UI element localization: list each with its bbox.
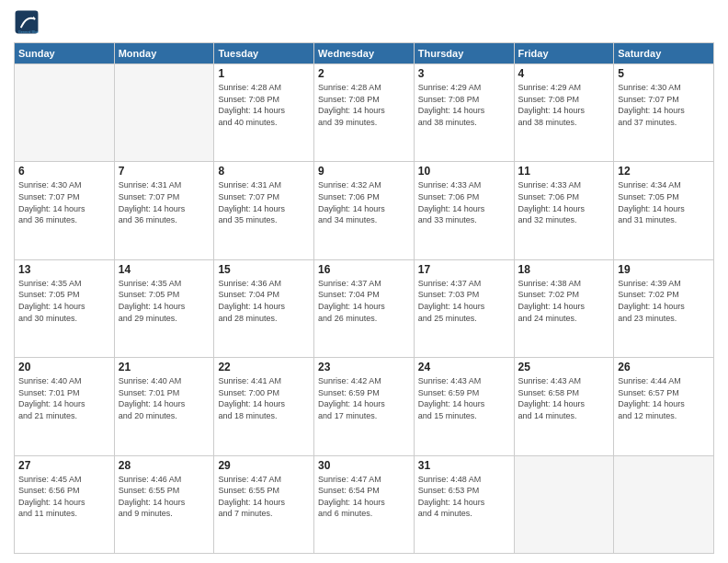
day-info: Sunrise: 4:47 AM Sunset: 6:54 PM Dayligh… [318, 474, 410, 520]
calendar-cell: 13Sunrise: 4:35 AM Sunset: 7:05 PM Dayli… [15, 259, 115, 357]
calendar-cell: 7Sunrise: 4:31 AM Sunset: 7:07 PM Daylig… [114, 162, 214, 259]
week-row-5: 27Sunrise: 4:45 AM Sunset: 6:56 PM Dayli… [15, 455, 714, 553]
day-number: 9 [318, 165, 410, 178]
day-info: Sunrise: 4:28 AM Sunset: 7:08 PM Dayligh… [318, 82, 410, 128]
day-info: Sunrise: 4:37 AM Sunset: 7:03 PM Dayligh… [418, 278, 510, 324]
calendar-cell: 16Sunrise: 4:37 AM Sunset: 7:04 PM Dayli… [314, 259, 415, 357]
calendar-cell: 4Sunrise: 4:29 AM Sunset: 7:08 PM Daylig… [514, 64, 614, 162]
calendar-page: General Blue SundayMondayTuesdayWednesda… [0, 0, 728, 563]
day-number: 17 [418, 263, 510, 276]
weekday-header-sunday: Sunday [15, 43, 115, 64]
day-number: 31 [418, 459, 510, 472]
calendar-cell [15, 64, 115, 162]
calendar-cell: 19Sunrise: 4:39 AM Sunset: 7:02 PM Dayli… [614, 259, 714, 357]
day-info: Sunrise: 4:48 AM Sunset: 6:53 PM Dayligh… [418, 474, 510, 520]
day-number: 24 [418, 361, 510, 373]
day-number: 3 [418, 67, 510, 80]
weekday-header-monday: Monday [114, 43, 214, 64]
day-number: 4 [518, 67, 610, 80]
calendar-cell: 3Sunrise: 4:29 AM Sunset: 7:08 PM Daylig… [414, 64, 514, 162]
day-number: 22 [218, 361, 310, 373]
day-number: 30 [318, 459, 410, 472]
day-info: Sunrise: 4:33 AM Sunset: 7:06 PM Dayligh… [518, 179, 610, 225]
calendar-cell: 6Sunrise: 4:30 AM Sunset: 7:07 PM Daylig… [15, 162, 115, 259]
day-info: Sunrise: 4:28 AM Sunset: 7:08 PM Dayligh… [218, 82, 310, 128]
day-info: Sunrise: 4:32 AM Sunset: 7:06 PM Dayligh… [318, 179, 410, 225]
day-info: Sunrise: 4:30 AM Sunset: 7:07 PM Dayligh… [18, 179, 110, 225]
day-number: 16 [318, 263, 410, 276]
day-number: 10 [418, 165, 510, 178]
calendar-cell [514, 455, 614, 553]
day-info: Sunrise: 4:33 AM Sunset: 7:06 PM Dayligh… [418, 179, 510, 225]
day-number: 18 [518, 263, 610, 276]
day-info: Sunrise: 4:39 AM Sunset: 7:02 PM Dayligh… [618, 278, 710, 324]
calendar-cell: 27Sunrise: 4:45 AM Sunset: 6:56 PM Dayli… [15, 455, 115, 553]
weekday-header-wednesday: Wednesday [314, 43, 415, 64]
calendar-cell: 25Sunrise: 4:43 AM Sunset: 6:58 PM Dayli… [514, 358, 614, 455]
day-number: 5 [618, 67, 710, 80]
calendar-body: 1Sunrise: 4:28 AM Sunset: 7:08 PM Daylig… [15, 64, 714, 554]
day-info: Sunrise: 4:45 AM Sunset: 6:56 PM Dayligh… [18, 474, 110, 520]
calendar-table: SundayMondayTuesdayWednesdayThursdayFrid… [14, 42, 714, 554]
day-info: Sunrise: 4:43 AM Sunset: 6:58 PM Dayligh… [518, 375, 610, 421]
calendar-cell: 10Sunrise: 4:33 AM Sunset: 7:06 PM Dayli… [414, 162, 514, 259]
week-row-4: 20Sunrise: 4:40 AM Sunset: 7:01 PM Dayli… [15, 358, 714, 455]
calendar-cell: 28Sunrise: 4:46 AM Sunset: 6:55 PM Dayli… [114, 455, 214, 553]
weekday-header-saturday: Saturday [614, 43, 714, 64]
calendar-cell: 12Sunrise: 4:34 AM Sunset: 7:05 PM Dayli… [614, 162, 714, 259]
day-info: Sunrise: 4:29 AM Sunset: 7:08 PM Dayligh… [418, 82, 510, 128]
weekday-header-tuesday: Tuesday [214, 43, 314, 64]
svg-text:General Blue: General Blue [18, 29, 40, 34]
day-number: 14 [119, 263, 210, 276]
calendar-cell: 29Sunrise: 4:47 AM Sunset: 6:55 PM Dayli… [214, 455, 314, 553]
weekday-header-friday: Friday [514, 43, 614, 64]
day-number: 1 [218, 67, 310, 80]
day-info: Sunrise: 4:41 AM Sunset: 7:00 PM Dayligh… [218, 375, 310, 421]
calendar-cell: 24Sunrise: 4:43 AM Sunset: 6:59 PM Dayli… [414, 358, 514, 455]
calendar-cell: 2Sunrise: 4:28 AM Sunset: 7:08 PM Daylig… [314, 64, 415, 162]
calendar-cell: 8Sunrise: 4:31 AM Sunset: 7:07 PM Daylig… [214, 162, 314, 259]
logo: General Blue [14, 9, 43, 35]
calendar-cell: 14Sunrise: 4:35 AM Sunset: 7:05 PM Dayli… [114, 259, 214, 357]
calendar-cell: 30Sunrise: 4:47 AM Sunset: 6:54 PM Dayli… [314, 455, 415, 553]
calendar-cell: 22Sunrise: 4:41 AM Sunset: 7:00 PM Dayli… [214, 358, 314, 455]
week-row-3: 13Sunrise: 4:35 AM Sunset: 7:05 PM Dayli… [15, 259, 714, 357]
calendar-cell: 23Sunrise: 4:42 AM Sunset: 6:59 PM Dayli… [314, 358, 415, 455]
day-info: Sunrise: 4:47 AM Sunset: 6:55 PM Dayligh… [218, 474, 310, 520]
day-info: Sunrise: 4:38 AM Sunset: 7:02 PM Dayligh… [518, 278, 610, 324]
day-number: 28 [119, 459, 210, 472]
calendar-cell [614, 455, 714, 553]
day-info: Sunrise: 4:31 AM Sunset: 7:07 PM Dayligh… [218, 179, 310, 225]
calendar-cell: 9Sunrise: 4:32 AM Sunset: 7:06 PM Daylig… [314, 162, 415, 259]
calendar-cell [114, 64, 214, 162]
weekday-header-row: SundayMondayTuesdayWednesdayThursdayFrid… [15, 43, 714, 64]
day-number: 25 [518, 361, 610, 373]
day-info: Sunrise: 4:35 AM Sunset: 7:05 PM Dayligh… [18, 278, 110, 324]
header: General Blue [14, 9, 714, 35]
day-info: Sunrise: 4:42 AM Sunset: 6:59 PM Dayligh… [318, 375, 410, 421]
day-info: Sunrise: 4:35 AM Sunset: 7:05 PM Dayligh… [119, 278, 210, 324]
day-number: 26 [618, 361, 710, 373]
day-number: 12 [618, 165, 710, 178]
logo-icon: General Blue [14, 9, 40, 35]
day-number: 11 [518, 165, 610, 178]
day-info: Sunrise: 4:44 AM Sunset: 6:57 PM Dayligh… [618, 375, 710, 421]
day-info: Sunrise: 4:34 AM Sunset: 7:05 PM Dayligh… [618, 179, 710, 225]
day-number: 23 [318, 361, 410, 373]
calendar-cell: 1Sunrise: 4:28 AM Sunset: 7:08 PM Daylig… [214, 64, 314, 162]
day-number: 8 [218, 165, 310, 178]
calendar-header: SundayMondayTuesdayWednesdayThursdayFrid… [15, 43, 714, 64]
calendar-cell: 15Sunrise: 4:36 AM Sunset: 7:04 PM Dayli… [214, 259, 314, 357]
calendar-cell: 31Sunrise: 4:48 AM Sunset: 6:53 PM Dayli… [414, 455, 514, 553]
calendar-cell: 26Sunrise: 4:44 AM Sunset: 6:57 PM Dayli… [614, 358, 714, 455]
day-info: Sunrise: 4:37 AM Sunset: 7:04 PM Dayligh… [318, 278, 410, 324]
day-info: Sunrise: 4:36 AM Sunset: 7:04 PM Dayligh… [218, 278, 310, 324]
day-number: 20 [18, 361, 110, 373]
day-info: Sunrise: 4:40 AM Sunset: 7:01 PM Dayligh… [119, 375, 210, 421]
week-row-1: 1Sunrise: 4:28 AM Sunset: 7:08 PM Daylig… [15, 64, 714, 162]
day-number: 15 [218, 263, 310, 276]
day-number: 29 [218, 459, 310, 472]
day-number: 2 [318, 67, 410, 80]
day-number: 19 [618, 263, 710, 276]
day-info: Sunrise: 4:30 AM Sunset: 7:07 PM Dayligh… [618, 82, 710, 128]
